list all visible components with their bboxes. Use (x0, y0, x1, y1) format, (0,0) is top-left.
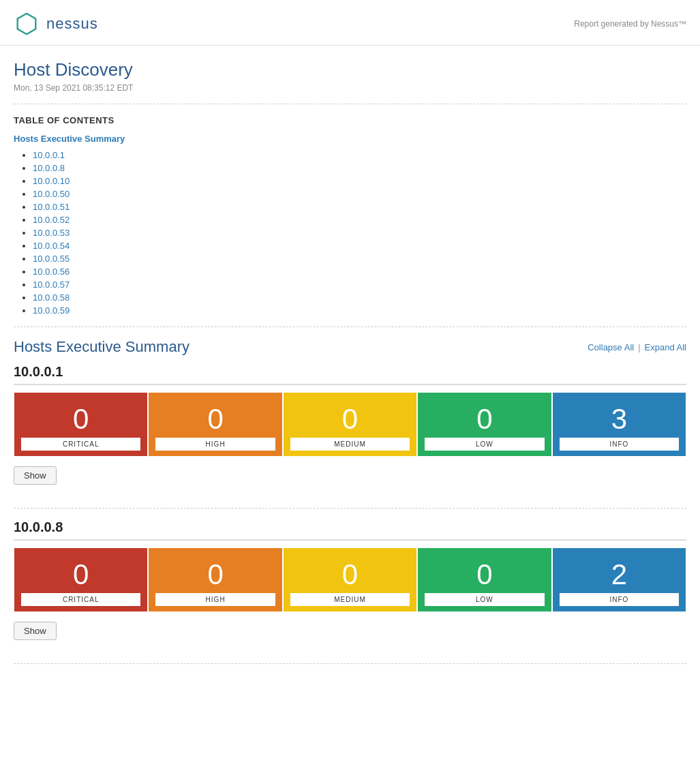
severity-count-critical: 0 (73, 405, 89, 434)
toc-host-link[interactable]: 10.0.0.10 (33, 176, 70, 186)
severity-card-critical: 0CRITICAL (14, 392, 148, 457)
severity-count-medium: 0 (342, 405, 358, 434)
severity-label-critical: CRITICAL (21, 438, 140, 451)
severity-card-high: 0HIGH (148, 547, 282, 612)
toc-host-link[interactable]: 10.0.0.59 (33, 305, 70, 316)
severity-count-high: 0 (207, 560, 223, 589)
severity-label-medium: MEDIUM (290, 593, 410, 606)
severity-count-critical: 0 (73, 560, 89, 589)
severity-card-medium: 0MEDIUM (283, 392, 417, 457)
toc-host-link[interactable]: 10.0.0.53 (33, 228, 70, 238)
toc-host-list: 10.0.0.110.0.0.810.0.0.1010.0.0.5010.0.0… (14, 149, 686, 316)
severity-label-medium: MEDIUM (290, 438, 410, 451)
toc-host-link[interactable]: 10.0.0.57 (33, 279, 70, 290)
logo-area: nessus (14, 11, 98, 37)
host-divider (14, 508, 686, 509)
page-title: Host Discovery (14, 59, 686, 80)
host-block: 10.0.0.10CRITICAL0HIGH0MEDIUM0LOW3INFOSh… (14, 364, 686, 489)
collapse-all-link[interactable]: Collapse All (588, 342, 634, 352)
severity-label-info: INFO (560, 438, 679, 451)
action-divider: | (638, 342, 640, 352)
toc-section-link[interactable]: Hosts Executive Summary (14, 134, 686, 144)
severity-card-high: 0HIGH (148, 392, 282, 457)
severity-count-medium: 0 (342, 560, 358, 589)
toc-host-link[interactable]: 10.0.0.52 (33, 215, 70, 225)
svg-marker-0 (18, 14, 36, 34)
severity-card-info: 3INFO (552, 392, 686, 457)
severity-count-low: 0 (476, 405, 492, 434)
toc-host-link[interactable]: 10.0.0.56 (33, 267, 70, 277)
host-blocks-container: 10.0.0.10CRITICAL0HIGH0MEDIUM0LOW3INFOSh… (14, 364, 686, 664)
show-button[interactable]: Show (14, 466, 57, 485)
expand-all-link[interactable]: Expand All (645, 342, 686, 352)
severity-label-info: INFO (560, 593, 679, 606)
severity-cards: 0CRITICAL0HIGH0MEDIUM0LOW2INFO (14, 547, 686, 612)
divider-2 (14, 327, 686, 327)
host-divider (14, 663, 686, 664)
severity-card-info: 2INFO (552, 547, 686, 612)
severity-card-critical: 0CRITICAL (14, 547, 148, 612)
severity-count-info: 2 (611, 560, 627, 589)
logo-text: nessus (46, 15, 98, 33)
section-actions: Collapse All | Expand All (588, 342, 686, 352)
severity-label-high: HIGH (155, 593, 275, 606)
divider-1 (14, 104, 686, 104)
toc-host-link[interactable]: 10.0.0.51 (33, 202, 70, 212)
severity-count-low: 0 (476, 560, 492, 589)
toc-host-link[interactable]: 10.0.0.58 (33, 292, 70, 303)
severity-label-low: LOW (425, 593, 544, 606)
toc-host-link[interactable]: 10.0.0.50 (33, 189, 70, 199)
severity-label-low: LOW (425, 438, 544, 451)
severity-card-low: 0LOW (417, 547, 551, 612)
severity-count-high: 0 (207, 405, 223, 434)
main-content: Host Discovery Mon, 13 Sep 2021 08:35:12… (0, 46, 700, 689)
page-header: nessus Report generated by Nessus™ (0, 0, 700, 46)
severity-label-high: HIGH (155, 438, 275, 451)
severity-label-critical: CRITICAL (21, 593, 140, 606)
host-ip: 10.0.0.8 (14, 519, 686, 541)
section-title: Hosts Executive Summary (14, 338, 189, 356)
toc-host-link[interactable]: 10.0.0.8 (33, 163, 65, 173)
severity-cards: 0CRITICAL0HIGH0MEDIUM0LOW3INFO (14, 392, 686, 457)
toc-host-link[interactable]: 10.0.0.55 (33, 254, 70, 264)
report-generated-text: Report generated by Nessus™ (574, 19, 686, 29)
host-ip: 10.0.0.1 (14, 364, 686, 385)
section-header: Hosts Executive Summary Collapse All | E… (14, 338, 686, 356)
toc-host-link[interactable]: 10.0.0.1 (33, 150, 65, 160)
host-block: 10.0.0.80CRITICAL0HIGH0MEDIUM0LOW2INFOSh… (14, 519, 686, 644)
show-button[interactable]: Show (14, 622, 57, 640)
severity-count-info: 3 (611, 405, 627, 434)
severity-card-medium: 0MEDIUM (283, 547, 417, 612)
hosts-executive-summary-section: Hosts Executive Summary Collapse All | E… (14, 338, 686, 664)
nessus-logo-icon (14, 11, 40, 37)
toc-host-link[interactable]: 10.0.0.54 (33, 241, 70, 251)
page-date: Mon, 13 Sep 2021 08:35:12 EDT (14, 83, 686, 93)
severity-card-low: 0LOW (417, 392, 551, 457)
toc-title: TABLE OF CONTENTS (14, 115, 686, 125)
